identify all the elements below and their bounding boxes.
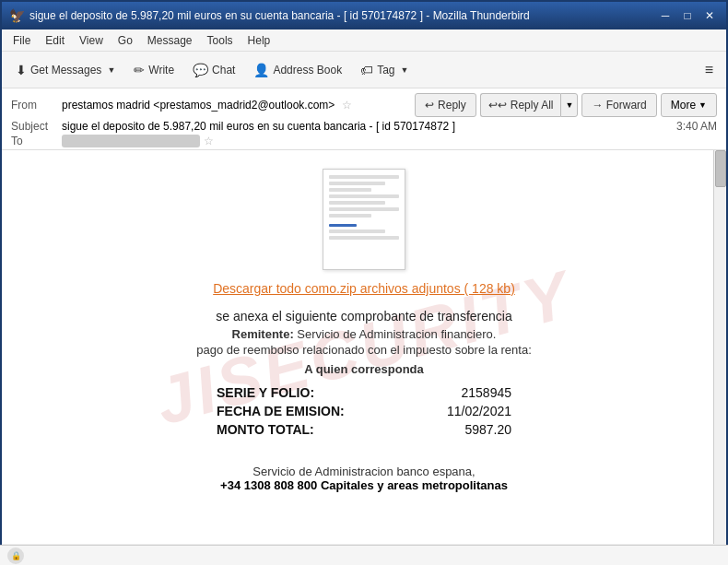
to-value: [62, 135, 200, 147]
forward-button[interactable]: → Forward: [581, 93, 656, 117]
menu-go[interactable]: Go: [111, 32, 140, 49]
footer-line1: Servicio de Administracion banco espana,: [57, 465, 671, 478]
menu-tools[interactable]: Tools: [200, 32, 241, 49]
intro-text: se anexa el siguiente comprobante de tra…: [57, 309, 671, 324]
star-icon[interactable]: ☆: [342, 99, 352, 112]
doc-line-4: [329, 194, 399, 198]
footer: Servicio de Administracion banco espana,…: [57, 465, 671, 492]
doc-line-9: [329, 236, 399, 240]
minimize-button[interactable]: ─: [656, 6, 675, 25]
hamburger-button[interactable]: ≡: [698, 58, 721, 82]
to-label: To: [11, 135, 62, 147]
window-controls: ─ □ ✕: [656, 6, 719, 25]
doc-line-1: [329, 175, 399, 179]
menu-message[interactable]: Message: [140, 32, 200, 49]
remitente-text: Remitente: Servicio de Administracion fi…: [57, 327, 671, 341]
from-label: From: [11, 99, 62, 112]
subject-label: Subject: [11, 120, 62, 133]
timestamp: 3:40 AM: [676, 120, 717, 133]
serie-label: SERIE Y FOLIO:: [217, 385, 314, 400]
email-header-section: From prestamos madrid <prestamos_madrid2…: [2, 88, 726, 150]
reply-all-icon: ↩↩: [488, 99, 507, 112]
doc-line-7: [329, 214, 371, 218]
email-body-container: JISECURITY Descargar todo como.zip archi…: [2, 150, 726, 544]
reply-all-main[interactable]: ↩↩ Reply All: [480, 93, 561, 117]
window-title: sigue el deposito de 5.987,20 mil euros …: [29, 9, 656, 22]
reply-button[interactable]: ↩ Reply: [415, 93, 476, 117]
status-icon: 🔒: [7, 547, 24, 564]
more-button[interactable]: More ▼: [661, 93, 717, 117]
write-button[interactable]: ✏ Write: [125, 55, 182, 85]
title-bar: 🦅 sigue el deposito de 5.987,20 mil euro…: [2, 2, 726, 29]
to-row: To ☆: [11, 135, 717, 147]
toolbar: ⬇ Get Messages ▼ ✏ Write 💬 Chat 👤 Addres…: [2, 52, 726, 88]
monto-value: 5987.20: [464, 422, 511, 437]
write-icon: ✏: [134, 63, 145, 77]
get-messages-button[interactable]: ⬇ Get Messages ▼: [7, 55, 123, 85]
get-messages-icon: ⬇: [16, 63, 27, 77]
a-quien-text: A quien corresponda: [57, 362, 671, 376]
from-value: prestamos madrid <prestamos_madrid2@outl…: [62, 99, 335, 112]
more-arrow-icon: ▼: [699, 100, 707, 110]
doc-line-5: [329, 201, 385, 205]
fecha-value: 11/02/2021: [447, 404, 511, 418]
get-messages-dropdown-arrow[interactable]: ▼: [107, 65, 115, 75]
pago-text: pago de reembolso relacionado con el imp…: [57, 343, 671, 357]
fecha-label: FECHA DE EMISION:: [217, 404, 345, 418]
address-book-button[interactable]: 👤 Address Book: [245, 55, 350, 85]
monto-row: MONTO TOTAL: 5987.20: [217, 422, 511, 437]
monto-label: MONTO TOTAL:: [217, 422, 314, 437]
footer-line2: +34 1308 808 800 Capitales y areas metro…: [57, 478, 671, 492]
menu-view[interactable]: View: [72, 32, 111, 49]
serie-value: 2158945: [461, 385, 511, 400]
maximize-button[interactable]: □: [678, 6, 697, 25]
to-star-icon[interactable]: ☆: [204, 135, 214, 147]
tag-dropdown-arrow[interactable]: ▼: [401, 65, 409, 75]
reply-all-split-button[interactable]: ↩↩ Reply All ▼: [480, 93, 579, 117]
fecha-row: FECHA DE EMISION: 11/02/2021: [217, 404, 511, 418]
chat-icon: 💬: [193, 63, 208, 77]
reply-icon: ↩: [425, 99, 434, 112]
chat-button[interactable]: 💬 Chat: [184, 55, 243, 85]
subject-value: sigue el deposito de 5.987,20 mil euros …: [62, 120, 667, 133]
status-bar: 🔒: [0, 545, 728, 565]
menu-help[interactable]: Help: [241, 32, 278, 49]
doc-line-2: [329, 182, 385, 185]
serie-row: SERIE Y FOLIO: 2158945: [217, 385, 511, 400]
subject-row: Subject sigue el deposito de 5.987,20 mi…: [11, 120, 717, 133]
close-button[interactable]: ✕: [700, 6, 719, 25]
info-table: SERIE Y FOLIO: 2158945 FECHA DE EMISION:…: [217, 385, 511, 437]
menu-file[interactable]: File: [6, 32, 38, 49]
doc-line-6: [329, 207, 399, 211]
remitente-label: Remitente:: [232, 327, 298, 341]
doc-line-8: [329, 230, 385, 233]
app-icon: 🦅: [9, 8, 24, 23]
menu-edit[interactable]: Edit: [38, 32, 72, 49]
document-thumbnail: [323, 169, 405, 270]
menu-bar: File Edit View Go Message Tools Help: [2, 29, 726, 52]
address-book-icon: 👤: [253, 63, 269, 77]
reply-all-arrow[interactable]: ▼: [560, 93, 578, 117]
tag-icon: 🏷: [360, 63, 373, 77]
doc-line-3: [329, 188, 371, 192]
email-content: Descargar todo como.zip archivos adjunto…: [2, 150, 726, 511]
tag-button[interactable]: 🏷 Tag ▼: [352, 55, 417, 85]
doc-line-blue: [329, 224, 357, 227]
remitente-value: Servicio de Administracion financiero.: [297, 327, 496, 341]
download-link[interactable]: Descargar todo como.zip archivos adjunto…: [57, 281, 671, 296]
